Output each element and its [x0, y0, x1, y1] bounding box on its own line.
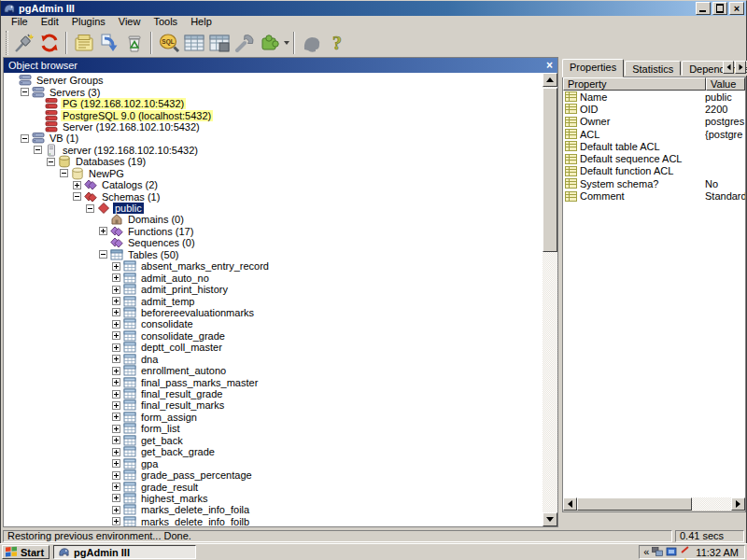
tree-item-label[interactable]: admit_auto_no: [139, 273, 211, 284]
tree-item[interactable]: gpa: [4, 457, 543, 469]
expand-icon[interactable]: [112, 390, 120, 399]
expand-icon[interactable]: [112, 425, 120, 433]
tray-network-icon[interactable]: [652, 547, 663, 557]
scroll-left-button[interactable]: [563, 497, 577, 511]
tree-item[interactable]: Catalogs (2): [4, 179, 543, 190]
taskbar-task-pgadmin[interactable]: pgAdmin III: [53, 545, 196, 559]
tab-properties[interactable]: Properties: [562, 59, 624, 77]
create-object-button[interactable]: [96, 30, 121, 55]
start-button[interactable]: Start: [2, 545, 49, 559]
expand-icon[interactable]: [112, 506, 120, 514]
column-header-property[interactable]: Property: [563, 77, 706, 91]
close-button[interactable]: ×: [729, 2, 744, 15]
property-row[interactable]: Namepublic: [563, 91, 745, 103]
tree-item[interactable]: admit_auto_no: [4, 272, 543, 283]
expand-icon[interactable]: [112, 378, 120, 386]
tree-item[interactable]: marks_delete_info_foilb: [4, 516, 543, 526]
expand-icon[interactable]: [112, 448, 120, 456]
expand-icon[interactable]: [112, 367, 120, 375]
tree-item[interactable]: final_result_marks: [4, 399, 543, 411]
tree-item-label[interactable]: Functions (17): [126, 226, 195, 237]
collapse-icon[interactable]: [60, 169, 68, 177]
query-tool-button[interactable]: SQL: [156, 30, 181, 55]
tree-item[interactable]: marks_delete_info_foila: [4, 504, 543, 515]
maintenance-button[interactable]: [232, 30, 257, 55]
tree-item-label[interactable]: form_list: [139, 423, 182, 434]
collapse-icon[interactable]: [34, 146, 42, 154]
tree-item[interactable]: highest_marks: [4, 493, 543, 504]
tree-item[interactable]: grade_pass_percentage: [4, 469, 543, 481]
hint-button[interactable]: [299, 30, 324, 55]
tree-item[interactable]: grade_result: [4, 481, 543, 492]
expand-icon[interactable]: [112, 297, 120, 305]
plugins-dropdown-icon[interactable]: [284, 41, 289, 45]
menu-item-plugins[interactable]: Plugins: [65, 16, 112, 28]
scrollbar-thumb[interactable]: [577, 497, 692, 511]
menu-item-help[interactable]: Help: [184, 16, 218, 28]
tree-item[interactable]: beforereevaluationmarks: [4, 307, 543, 318]
expand-icon[interactable]: [112, 401, 120, 410]
collapse-icon[interactable]: [86, 204, 94, 213]
tray-display-icon[interactable]: [666, 547, 677, 557]
tree-item[interactable]: form_list: [4, 423, 543, 434]
scroll-up-button[interactable]: [543, 73, 557, 87]
tree-item[interactable]: VB (1): [4, 133, 543, 144]
tree-item[interactable]: Tables (50): [4, 249, 543, 260]
tree-item[interactable]: PostgreSQL 9.0 (localhost:5432): [4, 109, 543, 120]
tree-item[interactable]: Server (192.168.102.10:5432): [4, 121, 543, 133]
tree-item-label[interactable]: final_result_grade: [139, 388, 224, 399]
tree-item[interactable]: absent_marks_entry_record: [4, 260, 543, 272]
tree-item-label[interactable]: deptt_coll_master: [139, 342, 224, 353]
tab-scroll-right-button[interactable]: [735, 61, 746, 74]
tree-item-label[interactable]: dna: [139, 354, 160, 365]
tree-item-label[interactable]: marks_delete_info_foilb: [139, 516, 251, 526]
tree-item[interactable]: final_result_grade: [4, 388, 543, 399]
tree-item[interactable]: consolidate: [4, 318, 543, 329]
tree-item[interactable]: Domains (0): [4, 214, 543, 225]
expand-icon[interactable]: [112, 459, 120, 468]
tree-item-label[interactable]: gpa: [139, 458, 160, 469]
expand-icon[interactable]: [112, 517, 120, 525]
column-header-value[interactable]: Value: [706, 77, 745, 91]
tray-expand-icon[interactable]: «: [643, 547, 649, 557]
expand-icon[interactable]: [112, 436, 120, 444]
collapse-icon[interactable]: [73, 192, 81, 201]
tree-item-label[interactable]: consolidate_grade: [139, 330, 227, 342]
expand-icon[interactable]: [112, 262, 120, 271]
expand-icon[interactable]: [112, 343, 120, 352]
view-data-button[interactable]: [181, 30, 206, 55]
tree-item-label[interactable]: PG (192.168.102.10:5432): [61, 98, 186, 109]
tree-item-label[interactable]: consolidate: [139, 318, 195, 329]
tree-item-label[interactable]: get_back_grade: [139, 446, 217, 457]
tree-item[interactable]: get_back: [4, 435, 543, 446]
expand-icon[interactable]: [112, 471, 120, 480]
tree-item-label[interactable]: grade_result: [139, 482, 200, 493]
tree-item-label[interactable]: beforereevaluationmarks: [139, 307, 256, 318]
expand-icon[interactable]: [112, 331, 120, 340]
tree-item[interactable]: Server Groups: [4, 75, 543, 86]
properties-horizontal-scrollbar[interactable]: [562, 497, 746, 512]
tree-item[interactable]: Databases (19): [4, 156, 543, 167]
tree-vertical-scrollbar[interactable]: [543, 73, 557, 526]
tree-item[interactable]: Sequences (0): [4, 237, 543, 248]
tree-item[interactable]: NewPG: [4, 168, 543, 179]
toolbar-gripper[interactable]: [6, 31, 8, 55]
tree-item-label[interactable]: Catalogs (2): [100, 179, 160, 190]
tree-item-label[interactable]: VB (1): [48, 133, 80, 144]
tree-item-label[interactable]: marks_delete_info_foila: [139, 504, 251, 515]
menu-item-file[interactable]: File: [5, 16, 35, 28]
expand-icon[interactable]: [73, 181, 81, 189]
tree-item-label[interactable]: public: [113, 203, 144, 214]
tree-item-label[interactable]: Domains (0): [126, 214, 186, 225]
expand-icon[interactable]: [112, 483, 120, 491]
expand-icon[interactable]: [112, 320, 120, 329]
tree-item[interactable]: consolidate_grade: [4, 330, 543, 342]
expand-icon[interactable]: [99, 227, 107, 235]
tree-item-label[interactable]: get_back: [139, 435, 185, 446]
filter-data-button[interactable]: [206, 30, 232, 55]
property-row[interactable]: Default table ACL: [563, 140, 745, 152]
collapse-icon[interactable]: [21, 88, 29, 96]
drop-object-button[interactable]: [121, 30, 147, 55]
refresh-button[interactable]: [36, 30, 62, 55]
expand-icon[interactable]: [112, 308, 120, 316]
